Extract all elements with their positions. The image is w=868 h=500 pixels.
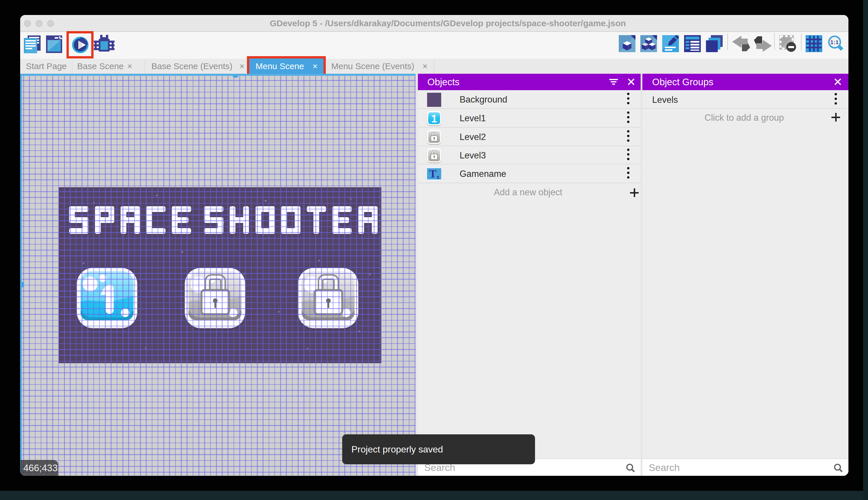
svg-text:x: x — [437, 174, 439, 180]
svg-text:1:1: 1:1 — [830, 39, 838, 45]
svg-text:T: T — [429, 168, 436, 180]
